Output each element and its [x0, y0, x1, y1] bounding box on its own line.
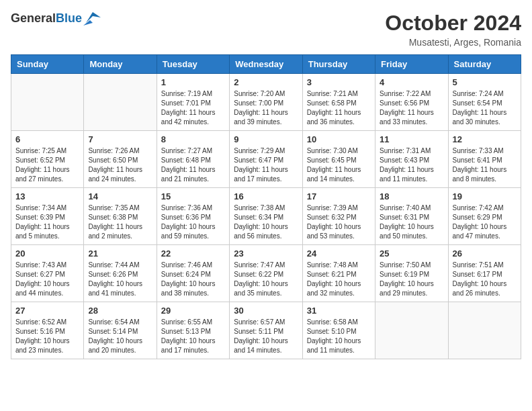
- day-number: 13: [15, 191, 79, 201]
- day-cell: 3Sunrise: 7:21 AM Sunset: 6:58 PM Daylig…: [302, 74, 375, 131]
- day-number: 6: [15, 134, 79, 144]
- day-number: 12: [453, 134, 517, 144]
- day-number: 10: [307, 134, 371, 144]
- day-info: Sunrise: 7:34 AM Sunset: 6:39 PM Dayligh…: [15, 203, 79, 241]
- day-cell: 15Sunrise: 7:36 AM Sunset: 6:36 PM Dayli…: [157, 188, 229, 245]
- day-info: Sunrise: 7:21 AM Sunset: 6:58 PM Dayligh…: [307, 89, 371, 127]
- day-number: 31: [307, 306, 371, 316]
- title-section: October 2024 Musatesti, Arges, Romania: [385, 11, 521, 48]
- day-number: 2: [234, 77, 298, 87]
- day-number: 4: [380, 77, 443, 87]
- svg-marker-1: [83, 20, 93, 26]
- day-cell: 14Sunrise: 7:35 AM Sunset: 6:38 PM Dayli…: [84, 188, 157, 245]
- weekday-header-thursday: Thursday: [302, 55, 375, 74]
- day-cell: 30Sunrise: 6:57 AM Sunset: 5:11 PM Dayli…: [230, 302, 302, 359]
- day-cell: [84, 74, 157, 131]
- day-info: Sunrise: 7:26 AM Sunset: 6:50 PM Dayligh…: [88, 146, 152, 184]
- day-cell: 4Sunrise: 7:22 AM Sunset: 6:56 PM Daylig…: [375, 74, 448, 131]
- week-row-4: 20Sunrise: 7:43 AM Sunset: 6:27 PM Dayli…: [11, 245, 521, 302]
- day-cell: [448, 302, 521, 359]
- day-cell: 11Sunrise: 7:31 AM Sunset: 6:43 PM Dayli…: [375, 131, 448, 188]
- day-number: 22: [161, 248, 225, 259]
- weekday-header-wednesday: Wednesday: [230, 55, 302, 74]
- day-info: Sunrise: 7:46 AM Sunset: 6:24 PM Dayligh…: [161, 261, 225, 298]
- day-cell: 5Sunrise: 7:24 AM Sunset: 6:54 PM Daylig…: [448, 74, 521, 131]
- day-number: 15: [161, 191, 225, 201]
- day-number: 24: [307, 248, 371, 259]
- day-number: 18: [380, 191, 443, 201]
- day-info: Sunrise: 7:50 AM Sunset: 6:19 PM Dayligh…: [380, 261, 443, 298]
- week-row-1: 1Sunrise: 7:19 AM Sunset: 7:01 PM Daylig…: [11, 74, 521, 131]
- day-info: Sunrise: 7:27 AM Sunset: 6:48 PM Dayligh…: [161, 146, 225, 184]
- day-cell: 25Sunrise: 7:50 AM Sunset: 6:19 PM Dayli…: [375, 245, 448, 302]
- day-cell: 21Sunrise: 7:44 AM Sunset: 6:26 PM Dayli…: [84, 245, 157, 302]
- day-cell: 10Sunrise: 7:30 AM Sunset: 6:45 PM Dayli…: [302, 131, 375, 188]
- day-info: Sunrise: 6:55 AM Sunset: 5:13 PM Dayligh…: [161, 318, 225, 355]
- svg-marker-0: [86, 12, 101, 23]
- day-cell: 2Sunrise: 7:20 AM Sunset: 7:00 PM Daylig…: [230, 74, 302, 131]
- weekday-header-tuesday: Tuesday: [157, 55, 229, 74]
- header: GeneralBlue October 2024 Musatesti, Arge…: [11, 11, 521, 48]
- day-number: 19: [453, 191, 517, 201]
- day-info: Sunrise: 7:39 AM Sunset: 6:32 PM Dayligh…: [307, 203, 371, 241]
- day-cell: 7Sunrise: 7:26 AM Sunset: 6:50 PM Daylig…: [84, 131, 157, 188]
- weekday-header-monday: Monday: [84, 55, 157, 74]
- day-info: Sunrise: 7:48 AM Sunset: 6:21 PM Dayligh…: [307, 261, 371, 298]
- day-info: Sunrise: 7:33 AM Sunset: 6:41 PM Dayligh…: [453, 146, 517, 184]
- day-number: 25: [380, 248, 443, 259]
- day-info: Sunrise: 7:44 AM Sunset: 6:26 PM Dayligh…: [88, 261, 152, 298]
- day-info: Sunrise: 7:25 AM Sunset: 6:52 PM Dayligh…: [15, 146, 79, 184]
- day-cell: 9Sunrise: 7:29 AM Sunset: 6:47 PM Daylig…: [230, 131, 302, 188]
- day-info: Sunrise: 7:19 AM Sunset: 7:01 PM Dayligh…: [161, 89, 225, 127]
- day-cell: [11, 74, 84, 131]
- logo-general-text: GeneralBlue: [11, 11, 82, 26]
- day-number: 11: [380, 134, 443, 144]
- day-info: Sunrise: 7:42 AM Sunset: 6:29 PM Dayligh…: [453, 203, 517, 241]
- day-info: Sunrise: 7:47 AM Sunset: 6:22 PM Dayligh…: [234, 261, 298, 298]
- week-row-2: 6Sunrise: 7:25 AM Sunset: 6:52 PM Daylig…: [11, 131, 521, 188]
- day-info: Sunrise: 6:52 AM Sunset: 5:16 PM Dayligh…: [15, 318, 79, 355]
- day-number: 8: [161, 134, 225, 144]
- day-cell: 12Sunrise: 7:33 AM Sunset: 6:41 PM Dayli…: [448, 131, 521, 188]
- day-cell: 27Sunrise: 6:52 AM Sunset: 5:16 PM Dayli…: [11, 302, 84, 359]
- day-cell: 26Sunrise: 7:51 AM Sunset: 6:17 PM Dayli…: [448, 245, 521, 302]
- day-number: 28: [88, 306, 152, 316]
- day-number: 14: [88, 191, 152, 201]
- day-info: Sunrise: 7:20 AM Sunset: 7:00 PM Dayligh…: [234, 89, 298, 127]
- day-info: Sunrise: 7:29 AM Sunset: 6:47 PM Dayligh…: [234, 146, 298, 184]
- day-number: 20: [15, 248, 79, 259]
- weekday-header-friday: Friday: [375, 55, 448, 74]
- day-cell: 23Sunrise: 7:47 AM Sunset: 6:22 PM Dayli…: [230, 245, 302, 302]
- calendar: SundayMondayTuesdayWednesdayThursdayFrid…: [11, 54, 521, 359]
- day-info: Sunrise: 7:35 AM Sunset: 6:38 PM Dayligh…: [88, 203, 152, 241]
- day-info: Sunrise: 7:24 AM Sunset: 6:54 PM Dayligh…: [453, 89, 517, 127]
- day-cell: 16Sunrise: 7:38 AM Sunset: 6:34 PM Dayli…: [230, 188, 302, 245]
- day-cell: 1Sunrise: 7:19 AM Sunset: 7:01 PM Daylig…: [157, 74, 229, 131]
- day-info: Sunrise: 7:51 AM Sunset: 6:17 PM Dayligh…: [453, 261, 517, 298]
- day-number: 30: [234, 306, 298, 316]
- day-cell: 31Sunrise: 6:58 AM Sunset: 5:10 PM Dayli…: [302, 302, 375, 359]
- day-cell: 6Sunrise: 7:25 AM Sunset: 6:52 PM Daylig…: [11, 131, 84, 188]
- logo-icon: [83, 11, 101, 26]
- week-row-5: 27Sunrise: 6:52 AM Sunset: 5:16 PM Dayli…: [11, 302, 521, 359]
- day-info: Sunrise: 6:58 AM Sunset: 5:10 PM Dayligh…: [307, 318, 371, 355]
- day-number: 1: [161, 77, 225, 87]
- weekday-header-sunday: Sunday: [11, 55, 84, 74]
- day-cell: [375, 302, 448, 359]
- day-cell: 17Sunrise: 7:39 AM Sunset: 6:32 PM Dayli…: [302, 188, 375, 245]
- day-cell: 24Sunrise: 7:48 AM Sunset: 6:21 PM Dayli…: [302, 245, 375, 302]
- day-number: 3: [307, 77, 371, 87]
- day-number: 26: [453, 248, 517, 259]
- day-info: Sunrise: 6:57 AM Sunset: 5:11 PM Dayligh…: [234, 318, 298, 355]
- day-number: 5: [453, 77, 517, 87]
- day-cell: 19Sunrise: 7:42 AM Sunset: 6:29 PM Dayli…: [448, 188, 521, 245]
- day-info: Sunrise: 7:31 AM Sunset: 6:43 PM Dayligh…: [380, 146, 443, 184]
- day-number: 16: [234, 191, 298, 201]
- weekday-header-saturday: Saturday: [448, 55, 521, 74]
- day-number: 7: [88, 134, 152, 144]
- weekday-header-row: SundayMondayTuesdayWednesdayThursdayFrid…: [11, 55, 521, 74]
- day-number: 29: [161, 306, 225, 316]
- day-cell: 29Sunrise: 6:55 AM Sunset: 5:13 PM Dayli…: [157, 302, 229, 359]
- day-cell: 18Sunrise: 7:40 AM Sunset: 6:31 PM Dayli…: [375, 188, 448, 245]
- day-number: 23: [234, 248, 298, 259]
